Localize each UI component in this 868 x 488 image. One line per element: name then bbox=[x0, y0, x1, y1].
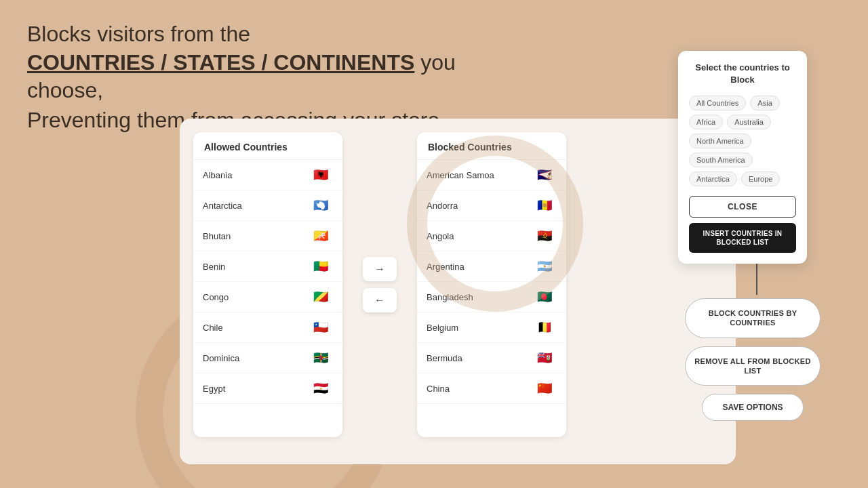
country-flag: 🇦🇶 bbox=[309, 197, 333, 214]
country-name: Dominica bbox=[203, 353, 239, 363]
list-item[interactable]: Argentina 🇦🇷 bbox=[417, 251, 566, 282]
country-name: Egypt bbox=[203, 384, 225, 394]
header-line1: Blocks visitors from the bbox=[27, 20, 536, 49]
block-countries-button[interactable]: BLOCK COUNTRIES BY COUNTRIES bbox=[685, 298, 821, 338]
country-name: Bermuda bbox=[427, 353, 462, 363]
country-flag: 🇧🇲 bbox=[532, 350, 557, 366]
list-item[interactable]: Albania 🇦🇱 bbox=[193, 160, 342, 190]
country-flag: 🇦🇱 bbox=[309, 167, 333, 183]
country-flag: 🇨🇳 bbox=[532, 380, 557, 396]
region-tag[interactable]: Asia bbox=[750, 96, 779, 110]
region-tag[interactable]: Europe bbox=[741, 171, 780, 186]
region-tag[interactable]: All Countries bbox=[689, 96, 746, 110]
header-emphasis: COUNTRIES / STATES / CONTINENTS bbox=[27, 50, 414, 75]
country-name: Argentina bbox=[427, 262, 465, 272]
list-item[interactable]: Dominica 🇩🇲 bbox=[193, 343, 342, 373]
blocked-countries-panel: Blocked Countries American Samoa 🇦🇸 Ando… bbox=[417, 132, 566, 437]
region-tag[interactable]: South America bbox=[689, 152, 753, 167]
country-flag: 🇦🇩 bbox=[532, 197, 557, 214]
country-name: Albania bbox=[203, 170, 232, 180]
list-item[interactable]: Andorra 🇦🇩 bbox=[417, 190, 566, 221]
list-item[interactable]: China 🇨🇳 bbox=[417, 373, 566, 404]
main-card: Allowed Countries Albania 🇦🇱 Antarctica … bbox=[180, 119, 736, 464]
country-flag: 🇨🇬 bbox=[309, 289, 333, 305]
country-name: American Samoa bbox=[427, 170, 494, 180]
country-flag: 🇪🇬 bbox=[309, 380, 333, 396]
select-countries-panel: Select the countries to Block All Countr… bbox=[678, 51, 807, 264]
remove-all-button[interactable]: REMOVE ALL FROM BLOCKED LIST bbox=[685, 346, 821, 386]
country-flag: 🇦🇴 bbox=[532, 228, 557, 244]
country-flag: 🇧🇹 bbox=[309, 228, 333, 244]
country-name: Chile bbox=[203, 323, 223, 333]
select-panel-title: Select the countries to Block bbox=[689, 62, 796, 86]
country-name: Andorra bbox=[427, 201, 458, 211]
list-item[interactable]: Chile 🇨🇱 bbox=[193, 312, 342, 343]
country-flag: 🇧🇪 bbox=[532, 319, 557, 336]
close-button[interactable]: CLOSE bbox=[689, 196, 796, 218]
list-item[interactable]: Bangladesh 🇧🇩 bbox=[417, 282, 566, 312]
country-name: Angola bbox=[427, 231, 454, 241]
country-flag: 🇦🇷 bbox=[532, 258, 557, 274]
country-name: Bhutan bbox=[203, 231, 231, 241]
list-item[interactable]: Benin 🇧🇯 bbox=[193, 251, 342, 282]
region-tag[interactable]: Antarctica bbox=[689, 171, 737, 186]
list-item[interactable]: Bermuda 🇧🇲 bbox=[417, 343, 566, 373]
list-item[interactable]: Belgium 🇧🇪 bbox=[417, 312, 566, 343]
country-name: China bbox=[427, 384, 450, 394]
country-name: Antarctica bbox=[203, 201, 242, 211]
action-buttons-group: BLOCK COUNTRIES BY COUNTRIES REMOVE ALL … bbox=[685, 298, 821, 421]
country-flag: 🇨🇱 bbox=[309, 319, 333, 336]
country-flag: 🇧🇯 bbox=[309, 258, 333, 274]
move-to-blocked-button[interactable]: → bbox=[363, 257, 397, 281]
allowed-list-title: Allowed Countries bbox=[193, 132, 342, 160]
country-flag: 🇧🇩 bbox=[532, 289, 557, 305]
list-item[interactable]: Antarctica 🇦🇶 bbox=[193, 190, 342, 221]
country-name: Benin bbox=[203, 262, 225, 272]
region-tag[interactable]: North America bbox=[689, 134, 751, 148]
allowed-countries-panel: Allowed Countries Albania 🇦🇱 Antarctica … bbox=[193, 132, 342, 437]
region-tags-container: All CountriesAsiaAfricaAustraliaNorth Am… bbox=[689, 96, 796, 186]
country-name: Bangladesh bbox=[427, 292, 473, 302]
list-item[interactable]: Angola 🇦🇴 bbox=[417, 221, 566, 251]
country-name: Belgium bbox=[427, 323, 458, 333]
blocked-list-title: Blocked Countries bbox=[417, 132, 566, 160]
transfer-controls: → ← bbox=[356, 132, 403, 437]
country-flag: 🇦🇸 bbox=[532, 167, 557, 183]
list-item[interactable]: American Samoa 🇦🇸 bbox=[417, 160, 566, 190]
list-item[interactable]: Egypt 🇪🇬 bbox=[193, 373, 342, 404]
list-item[interactable]: Bhutan 🇧🇹 bbox=[193, 221, 342, 251]
move-to-allowed-button[interactable]: ← bbox=[363, 288, 397, 312]
allowed-list-scroll[interactable]: Albania 🇦🇱 Antarctica 🇦🇶 Bhutan 🇧🇹 Benin… bbox=[193, 160, 342, 437]
country-flag: 🇩🇲 bbox=[309, 350, 333, 366]
country-name: Congo bbox=[203, 292, 229, 302]
blocked-list-scroll[interactable]: American Samoa 🇦🇸 Andorra 🇦🇩 Angola 🇦🇴 A… bbox=[417, 160, 566, 437]
list-item[interactable]: Congo 🇨🇬 bbox=[193, 282, 342, 312]
region-tag[interactable]: Australia bbox=[727, 115, 771, 129]
region-tag[interactable]: Africa bbox=[689, 115, 723, 129]
insert-countries-button[interactable]: INSERT COUNTRIES IN BLOCKED LIST bbox=[689, 223, 796, 253]
save-options-button[interactable]: SAVE OPTIONS bbox=[702, 394, 804, 421]
